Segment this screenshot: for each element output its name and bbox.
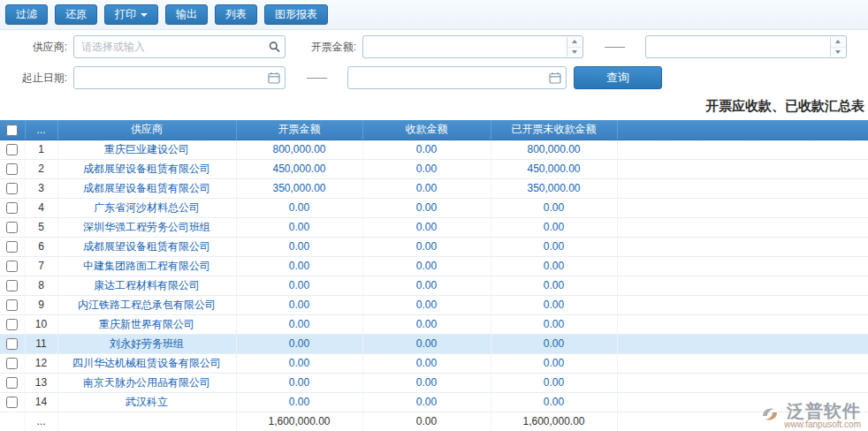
invoice-amount-cell: 0.00 — [236, 334, 362, 353]
table-row[interactable]: 6成都展望设备租赁有限公司0.000.000.00 — [0, 237, 868, 256]
supplier-cell[interactable]: 成都展望设备租赁有限公司 — [57, 178, 236, 198]
invoice-amount-cell: 0.00 — [236, 237, 362, 256]
supplier-cell[interactable]: 成都展望设备租赁有限公司 — [57, 237, 236, 256]
list-view-button[interactable]: 列表 — [215, 4, 257, 25]
supplier-cell[interactable]: 成都展望设备租赁有限公司 — [57, 159, 236, 178]
col-header-filler — [617, 120, 868, 140]
search-icon[interactable] — [269, 42, 280, 53]
row-checkbox[interactable] — [6, 163, 18, 175]
row-index: 6 — [25, 237, 57, 256]
print-button[interactable]: 打印 — [104, 4, 158, 25]
invoice-amount-max-select[interactable] — [645, 35, 847, 58]
table-row[interactable]: 5深圳华强工程劳务公司班组0.000.000.00 — [0, 217, 868, 237]
supplier-cell[interactable]: 重庆新世界有限公司 — [57, 314, 236, 334]
table-row[interactable]: 14武汉科立0.000.000.00 — [0, 392, 868, 412]
table-row[interactable]: 4广东省河沙材料总公司0.000.000.00 — [0, 198, 868, 217]
supplier-cell[interactable]: 广东省河沙材料总公司 — [57, 198, 236, 217]
start-date-input[interactable] — [73, 66, 286, 89]
row-index: 11 — [25, 334, 57, 353]
supplier-cell[interactable]: 四川华达机械租赁设备有限公司 — [57, 353, 236, 373]
select-all-checkbox[interactable] — [6, 125, 18, 136]
row-checkbox[interactable] — [6, 377, 18, 389]
table-row[interactable]: 9内江铁路工程总承包有限公司0.000.000.00 — [0, 295, 868, 314]
row-checkbox[interactable] — [6, 358, 18, 369]
calendar-icon[interactable] — [549, 72, 561, 84]
filter-button[interactable]: 过滤 — [5, 4, 48, 25]
row-checkbox-cell — [0, 334, 25, 353]
restore-button[interactable]: 还原 — [55, 4, 97, 25]
supplier-cell[interactable]: 康达工程材料有限公司 — [57, 276, 236, 295]
filter-panel: 供应商: 开票金额: —— 起止日期: — [0, 30, 868, 92]
chart-report-button[interactable]: 图形报表 — [264, 4, 328, 25]
table-row[interactable]: 7中建集团路面工程有限公司0.000.000.00 — [0, 256, 868, 276]
restore-button-label: 还原 — [65, 7, 87, 22]
row-checkbox[interactable] — [6, 144, 18, 155]
spinner-up-icon[interactable] — [831, 37, 845, 48]
supplier-cell[interactable]: 南京天脉办公用品有限公司 — [57, 373, 236, 392]
unreceived-amount-cell: 800,000.00 — [491, 140, 617, 159]
table-row[interactable]: 1重庆巨业建设公司800,000.000.00800,000.00 — [0, 140, 868, 159]
row-index: 9 — [25, 295, 57, 314]
invoice-amount-cell: 0.00 — [236, 276, 362, 295]
export-button[interactable]: 输出 — [165, 4, 208, 25]
start-date-wrap — [73, 66, 286, 89]
table-row[interactable]: 13南京天脉办公用品有限公司0.000.000.00 — [0, 373, 868, 392]
unreceived-amount-cell: 0.00 — [491, 198, 617, 217]
invoice-amount-min-select[interactable] — [362, 35, 583, 58]
row-checkbox-cell — [0, 276, 25, 295]
row-checkbox[interactable] — [6, 319, 18, 330]
supplier-cell[interactable]: 重庆巨业建设公司 — [57, 140, 236, 159]
row-checkbox[interactable] — [6, 397, 18, 408]
row-checkbox[interactable] — [6, 202, 18, 214]
footer-received-total: 0.00 — [362, 412, 491, 431]
row-filler-cell — [617, 178, 868, 198]
spinner-up-icon[interactable] — [567, 37, 582, 48]
row-checkbox-cell — [0, 198, 25, 217]
report-title: 开票应收款、已收款汇总表 — [0, 92, 868, 120]
row-checkbox-cell — [0, 392, 25, 412]
supplier-cell[interactable]: 武汉科立 — [57, 392, 236, 412]
row-checkbox[interactable] — [6, 261, 18, 272]
unreceived-amount-cell: 0.00 — [491, 334, 617, 353]
row-checkbox[interactable] — [6, 338, 18, 350]
supplier-input[interactable] — [73, 35, 286, 58]
table-row[interactable]: 2成都展望设备租赁有限公司450,000.000.00450,000.00 — [0, 159, 868, 178]
unreceived-amount-cell: 0.00 — [491, 276, 617, 295]
row-filler-cell — [617, 237, 868, 256]
supplier-cell[interactable]: 刘永好劳务班组 — [57, 334, 236, 353]
invoice-amount-cell: 0.00 — [236, 256, 362, 276]
date-range-label: 起止日期: — [9, 71, 67, 86]
query-button[interactable]: 查询 — [574, 66, 662, 89]
table-header-row: ... 供应商 开票金额 收款金额 已开票未收款金额 — [0, 120, 868, 140]
row-index: 12 — [25, 353, 57, 373]
row-checkbox[interactable] — [6, 183, 18, 194]
table-row[interactable]: 10重庆新世界有限公司0.000.000.00 — [0, 314, 868, 334]
calendar-icon[interactable] — [268, 72, 280, 84]
supplier-cell[interactable]: 内江铁路工程总承包有限公司 — [57, 295, 236, 314]
invoice-amount-cell: 0.00 — [236, 217, 362, 237]
table-row[interactable]: 11刘永好劳务班组0.000.000.00 — [0, 334, 868, 353]
row-checkbox[interactable] — [6, 222, 18, 233]
end-date-input[interactable] — [347, 66, 567, 89]
row-checkbox[interactable] — [6, 241, 18, 253]
table-row[interactable]: 12四川华达机械租赁设备有限公司0.000.000.00 — [0, 353, 868, 373]
row-filler-cell — [617, 334, 868, 353]
table-row[interactable]: 3成都展望设备租赁有限公司350,000.000.00350,000.00 — [0, 178, 868, 198]
row-checkbox[interactable] — [6, 299, 18, 311]
table-row[interactable]: 8康达工程材料有限公司0.000.000.00 — [0, 276, 868, 295]
footer-checkbox-cell — [0, 412, 25, 431]
footer-supplier — [57, 412, 236, 431]
supplier-cell[interactable]: 深圳华强工程劳务公司班组 — [57, 217, 236, 237]
received-amount-cell: 0.00 — [362, 373, 491, 392]
row-checkbox-cell — [0, 237, 25, 256]
footer-invoice-total: 1,600,000.00 — [236, 412, 362, 431]
row-index: 10 — [25, 314, 57, 334]
row-checkbox[interactable] — [6, 280, 18, 291]
export-button-label: 输出 — [176, 7, 197, 22]
spinner-down-icon[interactable] — [567, 48, 582, 57]
spinner-down-icon[interactable] — [831, 48, 845, 57]
supplier-cell[interactable]: 中建集团路面工程有限公司 — [57, 256, 236, 276]
filter-row-2: 起止日期: —— 查询 — [9, 65, 859, 90]
row-checkbox-cell — [0, 217, 25, 237]
row-filler-cell — [617, 392, 868, 412]
